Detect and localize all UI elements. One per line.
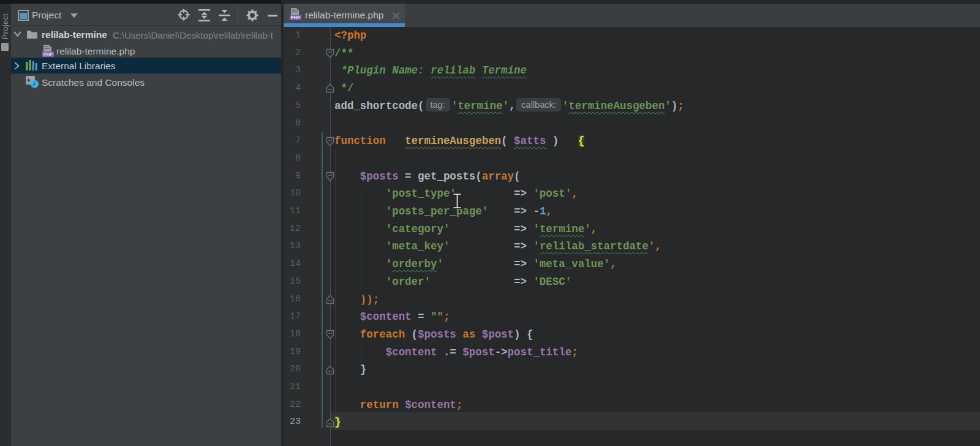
svg-text:PHP: PHP — [291, 15, 300, 20]
svg-text:PHP: PHP — [43, 51, 53, 57]
